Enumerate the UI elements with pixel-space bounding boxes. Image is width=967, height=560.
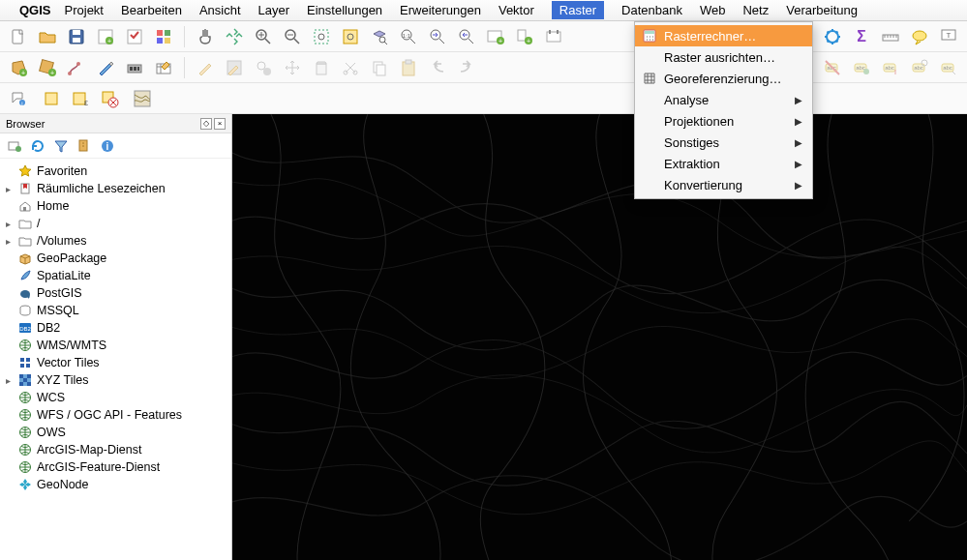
browser-filter-button[interactable] [52, 137, 70, 155]
pan-button[interactable] [193, 24, 218, 49]
modify-attributes-button[interactable] [151, 55, 176, 80]
browser-item-ows[interactable]: OWS [2, 424, 229, 441]
map-canvas[interactable] [232, 114, 967, 560]
zoom-in-button[interactable] [251, 24, 276, 49]
raster-menu-item-7[interactable]: Konvertierung▶ [635, 174, 812, 195]
new-map-view-button[interactable]: + [483, 24, 508, 49]
menu-web[interactable]: Web [700, 3, 726, 17]
add-feature-point-button[interactable]: + [35, 55, 60, 80]
browser-item--volumes[interactable]: ▸/Volumes [2, 232, 229, 250]
browser-add-button[interactable] [6, 137, 23, 155]
browser-item--[interactable]: ▸/ [2, 215, 229, 232]
menu-verarbeitung[interactable]: Verarbeitung [786, 3, 858, 17]
zoom-to-layer-button[interactable] [367, 24, 392, 49]
browser-item-wcs[interactable]: WCS [2, 389, 229, 406]
raster-menu-item-6[interactable]: Extraktion▶ [635, 153, 812, 174]
browser-item-arcgis-feature-dienst[interactable]: ArcGIS-Feature-Dienst [2, 458, 229, 476]
menu-datenbank[interactable]: Datenbank [621, 3, 682, 17]
add-feature-polygon-button[interactable]: + [6, 55, 31, 80]
undo-button[interactable] [425, 55, 450, 80]
pan-to-selection-button[interactable] [222, 24, 247, 49]
menu-ansicht[interactable]: Ansicht [199, 3, 241, 17]
label-move-button[interactable]: abc [936, 55, 961, 80]
browser-item-vector-tiles[interactable]: Vector Tiles [2, 354, 229, 371]
style-manager-button[interactable] [151, 24, 176, 49]
redo-button[interactable] [454, 55, 479, 80]
label-highlight-pinned-button[interactable]: abc [849, 55, 874, 80]
menu-projekt[interactable]: Projekt [65, 3, 104, 17]
save-project-button[interactable] [64, 24, 89, 49]
browser-tree[interactable]: Favoriten▸Räumliche LesezeichenHome▸/▸/V… [0, 159, 231, 560]
zoom-native-button[interactable]: 1:1 [396, 24, 421, 49]
measure-button[interactable] [878, 24, 903, 49]
copy-features-button[interactable] [367, 55, 392, 80]
label-show-hide-button[interactable]: abc [907, 55, 932, 80]
move-feature-button[interactable] [280, 55, 305, 80]
select-by-expression-button[interactable]: ε [68, 86, 93, 111]
local-cumulative-button[interactable] [130, 86, 155, 111]
browser-item-r-umliche-lesezeichen[interactable]: ▸Räumliche Lesezeichen [2, 180, 229, 197]
browser-properties-button[interactable]: i [99, 137, 116, 155]
new-print-layout-button[interactable]: + [93, 24, 118, 49]
node-tool-button[interactable] [64, 55, 89, 80]
raster-menu-item-2[interactable]: Georeferenzierung… [635, 68, 812, 89]
delete-selected-button[interactable] [309, 55, 334, 80]
browser-item-xyz-tiles[interactable]: ▸XYZ Tiles [2, 371, 229, 389]
browser-item-spatialite[interactable]: SpatiaLite [2, 267, 229, 284]
browser-close-button[interactable]: × [214, 118, 226, 130]
menu-vektor[interactable]: Vektor [499, 3, 534, 17]
browser-item-home[interactable]: Home [2, 197, 229, 215]
zoom-to-selection-button[interactable] [338, 24, 363, 49]
zoom-next-button[interactable] [454, 24, 479, 49]
browser-undock-button[interactable]: ◇ [200, 118, 212, 130]
menu-bearbeiten[interactable]: Bearbeiten [121, 3, 182, 17]
new-spatial-bookmark-button[interactable]: + [512, 24, 537, 49]
zoom-last-button[interactable] [425, 24, 450, 49]
browser-item-postgis[interactable]: PostGIS [2, 284, 229, 302]
add-feature-button[interactable] [251, 55, 276, 80]
browser-item-db2[interactable]: DB2DB2 [2, 319, 229, 337]
zoom-full-button[interactable] [309, 24, 334, 49]
zoom-out-button[interactable] [280, 24, 305, 49]
menu-erweiterungen[interactable]: Erweiterungen [400, 3, 481, 17]
open-project-button[interactable] [35, 24, 60, 49]
raster-menu-item-3[interactable]: Analyse▶ [635, 89, 812, 110]
save-layer-edits-button[interactable] [222, 55, 247, 80]
raster-menu[interactable]: Rasterrechner…Raster ausrichten…Georefer… [634, 21, 813, 199]
menu-netz[interactable]: Netz [742, 3, 769, 17]
browser-item-geonode[interactable]: GeoNode [2, 476, 229, 493]
text-annotation-button[interactable]: T [936, 24, 961, 49]
deselect-all-button[interactable] [97, 86, 122, 111]
select-features-button[interactable] [39, 86, 64, 111]
raster-menu-item-5[interactable]: Sonstiges▶ [635, 132, 812, 153]
cut-features-button[interactable] [338, 55, 363, 80]
menu-raster[interactable]: Raster [552, 1, 604, 19]
raster-menu-item-1[interactable]: Raster ausrichten… [635, 46, 812, 68]
temporal-controller-button[interactable] [541, 24, 566, 49]
browser-item-wms-wmts[interactable]: WMS/WMTS [2, 337, 229, 354]
label-pin-button[interactable]: abc [878, 55, 903, 80]
cad-tools-button[interactable] [122, 55, 147, 80]
browser-item-mssql[interactable]: MSSQL [2, 302, 229, 319]
browser-item-arcgis-map-dienst[interactable]: ArcGIS-Map-Dienst [2, 441, 229, 458]
paste-features-button[interactable] [396, 55, 421, 80]
no-labels-button[interactable]: abc [820, 55, 845, 80]
identify-button[interactable]: i [6, 86, 31, 111]
map-tips-button[interactable] [907, 24, 932, 49]
raster-menu-item-0[interactable]: Rasterrechner… [635, 25, 812, 46]
browser-refresh-button[interactable] [29, 137, 46, 155]
browser-item-favoriten[interactable]: Favoriten [2, 162, 229, 180]
new-project-button[interactable] [6, 24, 31, 49]
raster-menu-item-4[interactable]: Projektionen▶ [635, 110, 812, 132]
menu-layer[interactable]: Layer [258, 3, 290, 17]
browser-collapse-button[interactable] [76, 137, 93, 155]
digitize-button[interactable] [93, 55, 118, 80]
expand-arrow-icon: ▸ [6, 219, 17, 229]
toggle-editing-button[interactable] [193, 55, 218, 80]
browser-item-wfs-ogc-api-features[interactable]: WFS / OGC API - Features [2, 406, 229, 424]
browser-item-geopackage[interactable]: GeoPackage [2, 250, 229, 267]
menu-einstellungen[interactable]: Einstellungen [307, 3, 382, 17]
processing-toolbox-button[interactable] [820, 24, 845, 49]
statistics-button[interactable]: Σ [849, 24, 874, 49]
layout-manager-button[interactable] [122, 24, 147, 49]
